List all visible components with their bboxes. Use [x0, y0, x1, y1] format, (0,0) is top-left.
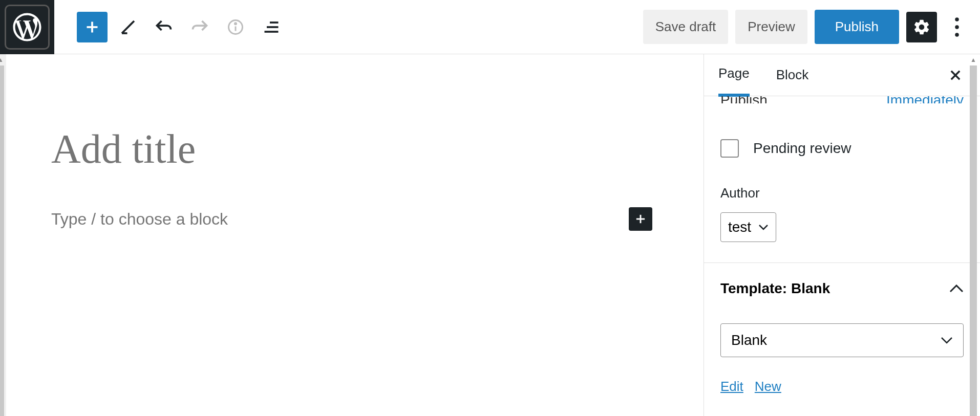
sidebar-tabs: Page Block — [704, 54, 980, 96]
svg-point-9 — [955, 17, 959, 21]
panel-divider — [704, 262, 980, 263]
editor-toolbar-left — [77, 12, 287, 42]
default-block-row — [51, 207, 652, 231]
tab-block[interactable]: Block — [776, 55, 809, 95]
svg-point-11 — [955, 33, 959, 37]
close-icon — [948, 68, 963, 82]
plus-icon — [83, 18, 101, 36]
pending-review-row: Pending review — [720, 139, 964, 158]
gear-icon — [912, 18, 931, 36]
chevron-down-icon — [941, 337, 953, 344]
wordpress-logo-button[interactable] — [0, 0, 54, 54]
author-select[interactable]: test — [720, 212, 776, 242]
wordpress-icon — [10, 10, 44, 44]
svg-point-5 — [235, 23, 237, 24]
close-sidebar-button[interactable] — [945, 65, 966, 85]
top-toolbar: Save draft Preview Publish — [0, 0, 980, 54]
inline-add-block-button[interactable] — [629, 207, 652, 231]
redo-icon — [190, 18, 209, 36]
pending-review-checkbox[interactable] — [720, 139, 739, 158]
kebab-icon — [955, 17, 959, 37]
publish-button[interactable]: Publish — [815, 10, 899, 44]
editor-scrollbar[interactable]: ▲ — [0, 54, 6, 416]
scroll-track[interactable] — [970, 65, 977, 416]
undo-button[interactable] — [148, 12, 179, 42]
template-links: Edit New — [720, 379, 964, 395]
outline-button[interactable] — [256, 12, 287, 42]
details-button[interactable] — [220, 12, 251, 42]
editor-toolbar-right: Save draft Preview Publish — [643, 10, 970, 44]
redo-button[interactable] — [184, 12, 215, 42]
info-icon — [226, 18, 245, 36]
main-area: ▲ Page Block Publish Immediately — [0, 54, 980, 416]
template-edit-link[interactable]: Edit — [720, 379, 743, 395]
template-panel-header[interactable]: Template: Blank — [720, 280, 964, 297]
editor-canvas[interactable]: ▲ — [0, 54, 704, 416]
publish-label: Publish — [720, 96, 768, 103]
block-body-input[interactable] — [51, 210, 629, 229]
wordpress-logo-frame — [5, 5, 50, 50]
scroll-up-icon: ▲ — [968, 54, 979, 65]
svg-point-10 — [955, 25, 959, 29]
template-new-link[interactable]: New — [755, 379, 781, 395]
more-options-button[interactable] — [944, 12, 970, 42]
publish-value[interactable]: Immediately — [886, 96, 964, 103]
preview-button[interactable]: Preview — [735, 10, 807, 44]
chevron-up-icon — [949, 284, 964, 293]
publish-schedule-row[interactable]: Publish Immediately — [720, 96, 964, 103]
plus-icon — [633, 212, 648, 226]
sidebar-panel-body: Publish Immediately Pending review Autho… — [704, 96, 980, 416]
scroll-up-icon: ▲ — [0, 54, 6, 65]
sidebar-scrollbar[interactable]: ▲ — [968, 54, 979, 416]
scroll-track[interactable] — [0, 65, 4, 416]
chevron-down-icon — [758, 224, 769, 230]
list-view-icon — [262, 18, 281, 36]
pending-review-label: Pending review — [753, 140, 851, 157]
add-block-toggle[interactable] — [77, 12, 108, 42]
settings-toggle[interactable] — [906, 12, 937, 42]
author-value: test — [728, 219, 751, 235]
template-panel-label: Template: Blank — [720, 280, 830, 297]
tab-page[interactable]: Page — [718, 53, 750, 97]
tools-button[interactable] — [113, 12, 143, 42]
settings-sidebar: Page Block Publish Immediately Pending r… — [704, 54, 980, 416]
pencil-icon — [119, 18, 137, 36]
template-value: Blank — [731, 332, 767, 348]
author-label: Author — [720, 185, 964, 201]
save-draft-button[interactable]: Save draft — [643, 10, 729, 44]
post-title-input[interactable] — [51, 126, 652, 172]
template-select[interactable]: Blank — [720, 323, 964, 357]
undo-icon — [155, 18, 173, 36]
